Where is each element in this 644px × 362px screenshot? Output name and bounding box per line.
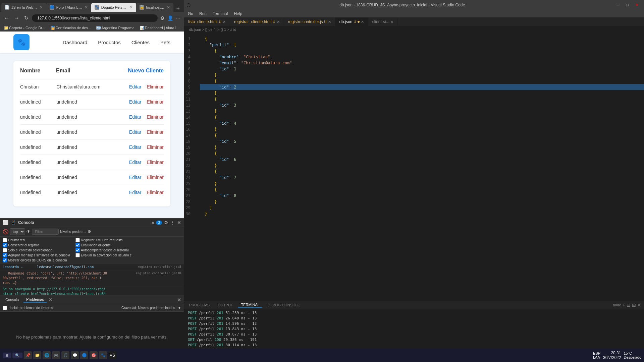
- terminal-tab-problems[interactable]: PROBLEMS: [186, 302, 212, 308]
- checkbox-eager[interactable]: Evaluación diligente: [75, 243, 135, 247]
- client-delete-0[interactable]: Eliminar: [147, 84, 164, 89]
- nav-productos[interactable]: Productos: [98, 40, 121, 45]
- forward-button[interactable]: →: [13, 14, 21, 22]
- client-delete-1[interactable]: Eliminar: [147, 99, 164, 105]
- checkbox-cors[interactable]: Mostrar errores de CORS en la consola: [3, 258, 70, 262]
- taskbar-icon-7[interactable]: 🎯: [90, 351, 98, 359]
- back-button[interactable]: ←: [3, 14, 11, 22]
- client-edit-7[interactable]: Editar: [129, 190, 142, 195]
- checkbox-preserve-log[interactable]: Conservar el registro: [3, 243, 70, 247]
- client-delete-7[interactable]: Eliminar: [147, 190, 164, 195]
- problems-tab-close[interactable]: ✕: [49, 297, 53, 302]
- gravity-chevron-icon[interactable]: ▼: [178, 306, 181, 310]
- terminal-tab-output[interactable]: OUTPUT: [215, 302, 235, 308]
- bookmark-argentina[interactable]: 🇦🇷 Argentina Programa: [95, 25, 136, 30]
- vscode-tab-close-registrar[interactable]: ✕: [277, 20, 280, 24]
- more-icon[interactable]: ⋯: [175, 15, 181, 21]
- taskbar-icon-3[interactable]: 🎮: [52, 351, 60, 359]
- client-delete-3[interactable]: Eliminar: [147, 129, 164, 135]
- menu-help[interactable]: Help: [231, 11, 245, 17]
- vscode-tab-close-lista[interactable]: ✕: [223, 20, 226, 24]
- tab-localhost[interactable]: 🔒 localhost:3000/perfil ✕: [136, 3, 174, 12]
- nav-clientes[interactable]: Clientes: [131, 40, 150, 45]
- client-delete-2[interactable]: Eliminar: [147, 114, 164, 120]
- console-link-2[interactable]: http://127.0.0.1:5500/screens/registrar_…: [3, 287, 106, 295]
- tab-alura[interactable]: 🔵 Foro | Alura Latam - Cursos... ✕: [46, 3, 91, 12]
- devtools-device-icon[interactable]: 📱: [10, 220, 16, 225]
- taskbar-icon-9[interactable]: VS: [108, 351, 116, 359]
- terminal-layout-icon[interactable]: ⊞: [632, 302, 636, 308]
- bookmark-certificacion[interactable]: 🏅 Certificación de des...: [49, 25, 93, 30]
- menu-terminal[interactable]: Terminal: [210, 11, 230, 17]
- start-button[interactable]: ⊞: [3, 353, 11, 358]
- tab-close-js[interactable]: ✕: [40, 5, 43, 10]
- devtools-filter-input[interactable]: [32, 229, 59, 235]
- checkbox-autocomplete[interactable]: Autocompletar desde el historial: [75, 248, 135, 252]
- reload-button[interactable]: ↻: [23, 14, 30, 22]
- terminal-add-icon[interactable]: +: [623, 302, 625, 308]
- tab-close-dogito[interactable]: ✕: [129, 5, 133, 10]
- new-client-button[interactable]: Nuevo Cliente: [128, 68, 164, 74]
- code-content[interactable]: { "perfil": [ { "nombre": "Christian", "…: [197, 33, 644, 301]
- third-party-checkbox[interactable]: [3, 306, 7, 310]
- terminal-tab-terminal[interactable]: TERMINAL: [238, 302, 262, 308]
- vscode-tab-lista[interactable]: lista_cliente.html U ✕: [184, 17, 230, 26]
- taskbar-icon-8[interactable]: 🐾: [99, 351, 107, 359]
- extensions-icon[interactable]: ⚙: [160, 15, 165, 21]
- nav-pets[interactable]: Pets: [160, 40, 170, 45]
- taskbar-icon-6[interactable]: 🔵: [80, 351, 88, 359]
- vscode-tab-close-client[interactable]: ✕: [390, 20, 393, 24]
- maximize-button[interactable]: □: [624, 2, 631, 8]
- checkbox-context[interactable]: Solo el contexto seleccionado: [3, 248, 70, 252]
- close-button[interactable]: ✕: [633, 2, 641, 8]
- taskbar-icon-5[interactable]: 💬: [71, 351, 79, 359]
- terminal-split-icon[interactable]: ⊟: [627, 302, 631, 308]
- client-edit-5[interactable]: Editar: [129, 160, 142, 165]
- problems-tab-problems[interactable]: Problemas: [23, 297, 47, 303]
- tab-close-localhost[interactable]: ✕: [167, 5, 170, 10]
- devtools-close-button[interactable]: ✕: [177, 220, 181, 225]
- bookmark-dashboard[interactable]: 📊 Dashboard | Alura L...: [139, 25, 182, 30]
- devtools-levels-settings-icon[interactable]: ⚙: [88, 229, 91, 234]
- taskbar-icon-0[interactable]: 📌: [24, 351, 32, 359]
- vscode-tab-registrar[interactable]: registrar_cliente.html U ✕: [230, 17, 284, 26]
- profile-icon[interactable]: 👤: [167, 15, 174, 21]
- devtools-network-icon[interactable]: ⋮: [170, 220, 175, 225]
- new-tab-button[interactable]: +: [173, 5, 182, 12]
- devtools-more-tabs-icon[interactable]: »: [152, 220, 154, 225]
- client-delete-4[interactable]: Eliminar: [147, 144, 164, 150]
- taskbar-icon-4[interactable]: 🎵: [61, 351, 69, 359]
- checkbox-user-activation[interactable]: Evaluar la activación del usuario c...: [75, 253, 135, 257]
- vscode-tab-db[interactable]: db.json U ✕: [335, 17, 368, 26]
- client-edit-3[interactable]: Editar: [129, 129, 142, 135]
- problems-panel-close[interactable]: ✕: [177, 297, 181, 302]
- taskbar-icon-2[interactable]: 🌐: [43, 351, 51, 359]
- tab-js[interactable]: 📄 JS en la Web: CRUD con Jav... ✕: [1, 3, 46, 12]
- vscode-tab-close-registro[interactable]: ✕: [328, 20, 331, 24]
- devtools-clear-icon[interactable]: 🚫: [3, 229, 8, 234]
- bookmark-carpeta[interactable]: 📁 Carpeta - Google Dr...: [3, 25, 47, 30]
- devtools-inspect-icon[interactable]: ⬜: [3, 220, 8, 225]
- client-delete-6[interactable]: Eliminar: [147, 175, 164, 180]
- tab-close-alura[interactable]: ✕: [85, 5, 88, 10]
- client-edit-0[interactable]: Editar: [129, 84, 142, 89]
- vscode-tab-client[interactable]: client-si... ✕: [368, 17, 398, 26]
- problems-tab-console[interactable]: Consola: [3, 297, 21, 302]
- address-bar[interactable]: [32, 14, 158, 22]
- checkbox-hide-network[interactable]: Ocultar red: [3, 238, 70, 242]
- taskbar-icon-1[interactable]: 📁: [33, 351, 41, 359]
- client-edit-4[interactable]: Editar: [129, 144, 142, 150]
- checkbox-group[interactable]: Agrupar mensajes similares en la consola: [3, 253, 70, 257]
- menu-run[interactable]: Run: [197, 11, 209, 17]
- vscode-tab-close-db[interactable]: ✕: [361, 20, 364, 24]
- menu-go[interactable]: Go: [185, 11, 196, 17]
- client-edit-6[interactable]: Editar: [129, 175, 142, 180]
- client-delete-5[interactable]: Eliminar: [147, 160, 164, 165]
- minimize-button[interactable]: ─: [614, 2, 622, 8]
- devtools-settings-icon[interactable]: ⚙: [164, 220, 168, 225]
- search-button[interactable]: 🔍: [12, 353, 22, 358]
- nav-dashboard[interactable]: Dashboard: [63, 40, 87, 45]
- terminal-tab-debug[interactable]: DEBUG CONSOLE: [265, 302, 303, 308]
- vscode-tab-registro[interactable]: registro.controller.js U ✕: [284, 17, 335, 26]
- devtools-eye-icon[interactable]: 👁: [26, 229, 31, 234]
